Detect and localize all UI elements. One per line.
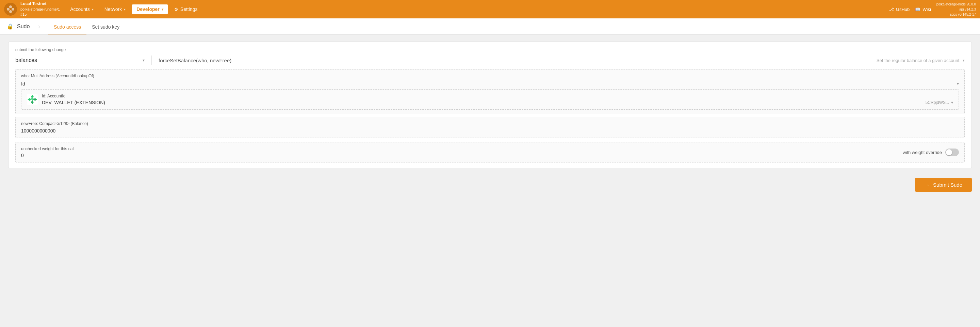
sudo-lock-icon: 🔒: [7, 23, 14, 30]
submit-change-card: submit the following change balances ▾ f…: [8, 41, 972, 168]
separator: ›: [38, 22, 40, 30]
param-id-address: 5CRpjdWS...: [926, 100, 949, 105]
param-id-label: Id: AccountId: [42, 94, 953, 99]
svg-point-3: [11, 8, 14, 11]
weight-label: unchecked weight for this call: [21, 147, 75, 151]
nav-network[interactable]: Network ▾: [100, 5, 130, 14]
submit-arrow-icon: →: [924, 182, 930, 188]
network-chevron-icon: ▾: [124, 8, 126, 11]
svg-point-2: [7, 8, 10, 11]
submit-row: → Submit Sudo: [8, 172, 972, 195]
param-id-address-wrap: 5CRpjdWS... ▾: [926, 100, 953, 105]
call-help: Set the regular balance of a given accou…: [877, 58, 965, 63]
logo: [4, 3, 17, 16]
param-id-value: DEV_WALLET (EXTENSION): [42, 100, 105, 105]
pallet-name: balances: [15, 57, 37, 63]
call-help-dropdown-icon: ▾: [963, 58, 965, 63]
param-who-dropdown-icon: ▾: [957, 81, 959, 86]
weight-override-toggle[interactable]: [945, 148, 959, 156]
param-id-select[interactable]: DEV_WALLET (EXTENSION) 5CRpjdWS... ▾: [42, 100, 953, 105]
call-name: forceSetBalance(who, newFree): [159, 57, 877, 63]
pallet-select[interactable]: balances ▾: [15, 57, 145, 64]
weight-section: unchecked weight for this call 0 with we…: [15, 142, 965, 163]
github-icon: ⎇: [889, 7, 894, 12]
tab-sudo-access[interactable]: Sudo access: [48, 19, 86, 34]
polkadot-identity-icon: [27, 94, 38, 105]
svg-point-1: [9, 10, 12, 13]
accounts-chevron-icon: ▾: [92, 8, 94, 11]
svg-point-0: [9, 5, 12, 8]
sudo-title: Sudo: [17, 24, 30, 30]
weight-right: with weight override: [903, 148, 959, 156]
param-who-select[interactable]: Id ▾: [21, 81, 959, 86]
submit-sudo-button[interactable]: → Submit Sudo: [915, 178, 972, 192]
main-content: submit the following change balances ▾ f…: [0, 35, 980, 327]
wiki-icon: 📖: [915, 7, 920, 12]
node-block: #15: [21, 12, 60, 17]
github-link[interactable]: ⎇ GitHub: [889, 7, 910, 12]
param-id-content: Id: AccountId DEV_WALLET (EXTENSION) 5CR…: [42, 94, 953, 105]
weight-value: 0: [21, 153, 75, 158]
weight-toggle-label: with weight override: [903, 150, 942, 155]
param-who-value: Id: [21, 81, 25, 86]
node-name: Local Testnet: [21, 1, 60, 7]
pallet-dropdown-icon: ▾: [143, 58, 145, 63]
param-who-label: who: MultiAddress (AccountIdLookupOf): [21, 73, 959, 78]
header-right: ⎇ GitHub 📖 Wiki polka-storage-node v0.0.…: [889, 2, 976, 17]
nav-developer[interactable]: Developer ▾: [132, 5, 168, 14]
node-info: Local Testnet polka-storage-runtime/1 #1…: [21, 1, 60, 18]
param-who-section: who: MultiAddress (AccountIdLookupOf) Id…: [15, 69, 965, 114]
nav-accounts[interactable]: Accounts ▾: [65, 5, 98, 14]
param-id-dropdown-icon: ▾: [951, 100, 953, 105]
tab-set-sudo-key[interactable]: Set sudo key: [86, 19, 125, 34]
header: Local Testnet polka-storage-runtime/1 #1…: [0, 0, 980, 18]
pallet-call-row: balances ▾ forceSetBalance(who, newFree)…: [15, 56, 965, 65]
main-nav: Accounts ▾ Network ▾ Developer ▾ ⚙ Setti…: [65, 5, 889, 14]
param-id-section: Id: AccountId DEV_WALLET (EXTENSION) 5CR…: [21, 89, 959, 110]
version-info: polka-storage-node v0.0.0 api v14.2.3 ap…: [937, 2, 976, 17]
param-new-free-section: newFree: Compact<u128> (Balance): [15, 117, 965, 138]
wiki-link[interactable]: 📖 Wiki: [915, 7, 931, 12]
nav-settings[interactable]: ⚙ Settings: [169, 5, 202, 14]
param-new-free-label: newFree: Compact<u128> (Balance): [21, 121, 959, 126]
settings-gear-icon: ⚙: [174, 7, 178, 12]
param-new-free-input[interactable]: [21, 128, 959, 134]
sub-nav: 🔒 Sudo › Sudo access Set sudo key: [0, 18, 980, 35]
pallet-divider: [151, 56, 152, 65]
developer-chevron-icon: ▾: [162, 8, 163, 11]
weight-left: unchecked weight for this call 0: [21, 147, 75, 158]
node-runtime: polka-storage-runtime/1: [21, 7, 60, 12]
submit-change-label: submit the following change: [15, 47, 965, 52]
